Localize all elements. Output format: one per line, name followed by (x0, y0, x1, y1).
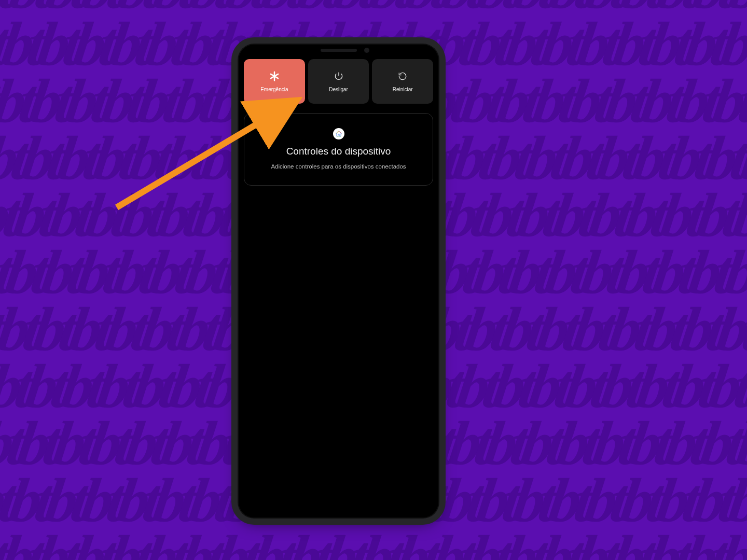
google-home-icon (333, 128, 344, 139)
device-controls-card[interactable]: Controles do dispositivo Adicione contro… (244, 113, 433, 186)
device-controls-subtitle: Adicione controles para os dispositivos … (271, 163, 406, 170)
shutdown-button[interactable]: Desligar (308, 59, 369, 104)
power-menu-row: Emergência Desligar Reiniciar (244, 59, 433, 104)
shutdown-label: Desligar (329, 87, 348, 92)
phone-notch (321, 49, 357, 52)
restart-button[interactable]: Reiniciar (372, 59, 433, 104)
phone-frame: Emergência Desligar Reiniciar (239, 45, 438, 517)
emergency-button[interactable]: Emergência (244, 59, 305, 104)
phone-screen: Emergência Desligar Reiniciar (244, 59, 433, 512)
emergency-label: Emergência (260, 87, 288, 92)
device-controls-title: Controles do dispositivo (286, 146, 391, 157)
power-icon (334, 71, 344, 81)
restart-icon (397, 71, 408, 81)
emergency-asterisk-icon (269, 71, 280, 81)
restart-label: Reiniciar (393, 87, 413, 92)
